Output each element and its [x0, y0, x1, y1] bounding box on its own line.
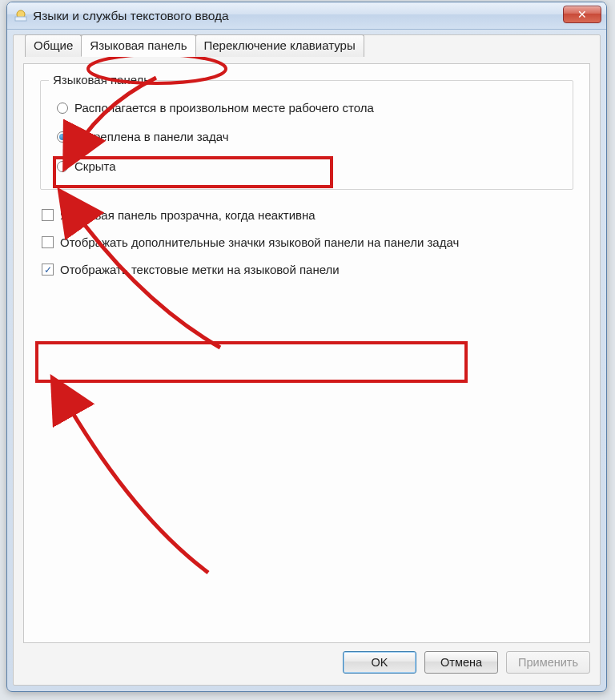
tab-strip: Общие Языковая панель Переключение клави… [25, 34, 364, 57]
radio-icon [57, 161, 68, 172]
checkbox-icon [42, 236, 54, 248]
cancel-button[interactable]: Отмена [424, 651, 498, 674]
tab-general[interactable]: Общие [25, 34, 82, 57]
groupbox-title: Языковая панель [49, 73, 154, 86]
radio-hidden[interactable]: Скрыта [57, 159, 561, 175]
checkbox-transparent[interactable]: Языковая панель прозрачна, когда неактив… [42, 207, 573, 223]
ok-button[interactable]: OK [343, 651, 416, 674]
checkbox-text-labels[interactable]: ✓ Отображать текстовые метки на языковой… [42, 262, 573, 278]
tab-keyboard-switch[interactable]: Переключение клавиатуры [195, 34, 364, 57]
close-icon: ✕ [577, 9, 587, 20]
radio-label: Располагается в произвольном месте рабоч… [74, 100, 374, 116]
radio-label: Закреплена в панели задач [74, 129, 229, 145]
window-title: Языки и службы текстового ввода [33, 9, 563, 23]
checkbox-icon: ✓ [42, 264, 54, 276]
radio-icon [57, 103, 68, 114]
checkbox-icon [42, 209, 54, 221]
apply-button[interactable]: Применить [506, 651, 590, 674]
radio-label: Скрыта [74, 159, 116, 175]
checkbox-extra-icons[interactable]: Отображать дополнительные значки языково… [42, 235, 573, 251]
client-area: Общие Языковая панель Переключение клави… [13, 34, 601, 686]
svg-rect-1 [15, 17, 26, 21]
dialog-buttons: OK Отмена Применить [23, 651, 590, 674]
close-button[interactable]: ✕ [563, 6, 601, 23]
radio-floating[interactable]: Располагается в произвольном месте рабоч… [57, 100, 561, 116]
tab-page-language-bar: Языковая панель Располагается в произвол… [23, 63, 590, 643]
checkbox-label: Отображать дополнительные значки языково… [60, 235, 459, 251]
radio-icon [57, 131, 68, 143]
checkbox-label: Отображать текстовые метки на языковой п… [60, 262, 340, 278]
tab-language-bar[interactable]: Языковая панель [81, 34, 195, 57]
groupbox-language-bar: Языковая панель Располагается в произвол… [40, 80, 573, 190]
titlebar[interactable]: Языки и службы текстового ввода ✕ [7, 2, 606, 30]
dialog-window: Языки и службы текстового ввода ✕ Общие … [6, 2, 607, 692]
checkbox-label: Языковая панель прозрачна, когда неактив… [60, 207, 316, 223]
app-icon [14, 9, 28, 23]
radio-docked[interactable]: Закреплена в панели задач [57, 129, 561, 145]
